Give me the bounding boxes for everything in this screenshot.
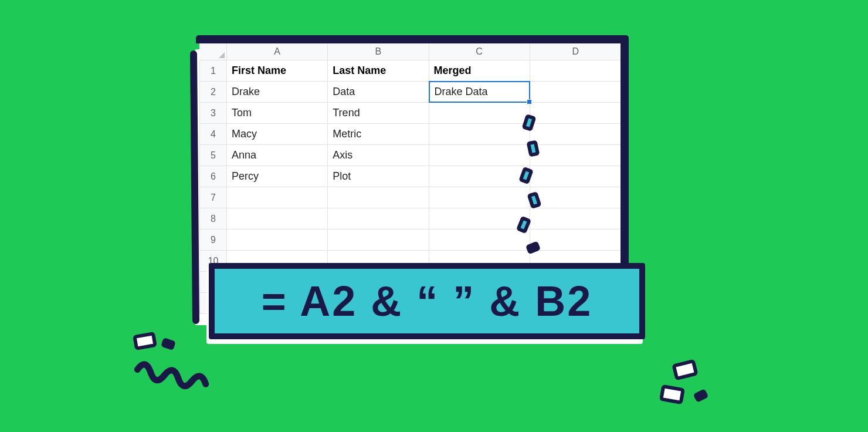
decoration-icon <box>659 384 685 405</box>
row-header[interactable]: 2 <box>200 82 227 103</box>
selected-cell-value: Drake Data <box>429 81 530 103</box>
cell[interactable] <box>227 187 328 208</box>
cell-d1[interactable] <box>530 60 621 82</box>
cell-b4[interactable]: Metric <box>328 124 429 145</box>
squiggle-icon <box>134 359 210 394</box>
cell-a4[interactable]: Macy <box>227 124 328 145</box>
row-header[interactable]: 3 <box>200 103 227 124</box>
column-header-b[interactable]: B <box>328 43 429 60</box>
cell-a2[interactable]: Drake <box>227 82 328 103</box>
row-header[interactable]: 4 <box>200 124 227 145</box>
cell-d2[interactable] <box>530 82 621 103</box>
formula-callout: = A2 & “ ” & B2 <box>209 263 645 339</box>
cell-d5[interactable] <box>530 145 621 166</box>
cell-c2-selected[interactable]: Drake Data <box>429 82 530 103</box>
column-header-a[interactable]: A <box>227 43 328 60</box>
selected-cell-text: Drake Data <box>435 86 488 98</box>
row-header[interactable]: 5 <box>200 145 227 166</box>
cell-d6[interactable] <box>530 166 621 187</box>
cell-a5[interactable]: Anna <box>227 145 328 166</box>
table-row: 9 <box>200 230 622 251</box>
cell-a1[interactable]: First Name <box>227 60 328 82</box>
cell[interactable] <box>328 187 429 208</box>
decoration-icon <box>161 338 176 350</box>
cell[interactable] <box>530 230 621 251</box>
table-row: 7 <box>200 187 622 208</box>
cell[interactable] <box>429 208 530 230</box>
row-header[interactable]: 7 <box>200 187 227 208</box>
cell[interactable] <box>328 230 429 251</box>
cell-c5[interactable] <box>429 145 530 166</box>
column-header-d[interactable]: D <box>530 43 621 60</box>
cell[interactable] <box>328 208 429 230</box>
table-row: 1 First Name Last Name Merged <box>200 60 622 82</box>
fill-handle[interactable] <box>527 99 532 104</box>
cell-c3[interactable] <box>429 103 530 124</box>
sketch-border-icon <box>621 35 629 279</box>
cell-c1[interactable]: Merged <box>429 60 530 82</box>
table-row: 2 Drake Data Drake Data <box>200 82 622 103</box>
cell-d4[interactable] <box>530 124 621 145</box>
table-row: 8 <box>200 208 622 230</box>
decoration-icon <box>133 332 157 350</box>
row-header[interactable]: 1 <box>200 60 227 82</box>
cell-c6[interactable] <box>429 166 530 187</box>
sketch-border-icon <box>196 35 626 43</box>
cell-d3[interactable] <box>530 103 621 124</box>
cell-b6[interactable]: Plot <box>328 166 429 187</box>
table-row: 6 Percy Plot <box>200 166 622 187</box>
cell[interactable] <box>227 230 328 251</box>
cell-a3[interactable]: Tom <box>227 103 328 124</box>
column-header-c[interactable]: C <box>429 43 530 60</box>
table-row: 3 Tom Trend <box>200 103 622 124</box>
row-header[interactable]: 6 <box>200 166 227 187</box>
column-header-row: A B C D <box>200 43 622 60</box>
cell[interactable] <box>530 187 621 208</box>
cell-b2[interactable]: Data <box>328 82 429 103</box>
cell[interactable] <box>530 208 621 230</box>
cell-c4[interactable] <box>429 124 530 145</box>
table-row: 4 Macy Metric <box>200 124 622 145</box>
cell-b3[interactable]: Trend <box>328 103 429 124</box>
cell[interactable] <box>429 230 530 251</box>
row-header[interactable]: 8 <box>200 208 227 230</box>
formula-text: = A2 & “ ” & B2 <box>262 277 592 325</box>
formula-box: = A2 & “ ” & B2 <box>209 263 645 339</box>
cell[interactable] <box>429 187 530 208</box>
decoration-icon <box>693 389 709 403</box>
decoration-icon <box>672 359 699 381</box>
select-all-corner[interactable] <box>200 43 227 60</box>
cell[interactable] <box>227 208 328 230</box>
cell-a6[interactable]: Percy <box>227 166 328 187</box>
row-header[interactable]: 9 <box>200 230 227 251</box>
table-row: 5 Anna Axis <box>200 145 622 166</box>
cell-b5[interactable]: Axis <box>328 145 429 166</box>
cell-b1[interactable]: Last Name <box>328 60 429 82</box>
